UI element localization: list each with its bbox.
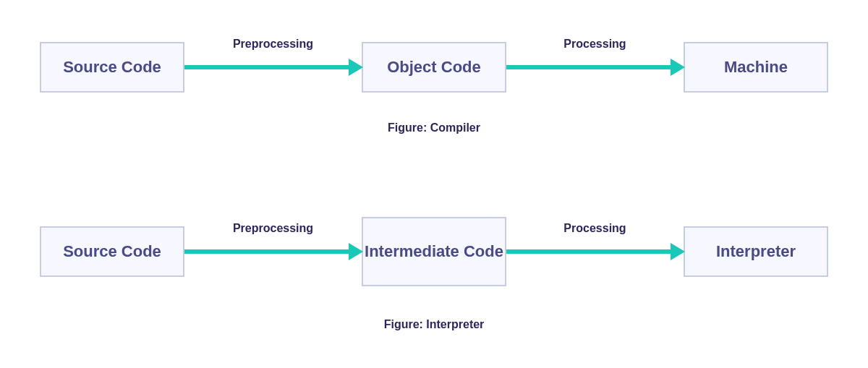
arrow-head-icon [671,243,685,260]
arrow-line-icon [184,65,352,69]
arrow-label: Preprocessing [233,222,313,235]
arrow-label: Processing [563,222,626,235]
arrow-head-icon [349,243,363,260]
node-source-code: Source Code [40,42,184,93]
arrow-head-icon [349,59,363,76]
node-interpreter: Interpreter [684,226,828,277]
arrow-line-icon [506,65,673,69]
arrow-line-icon [184,249,352,254]
node-label: Source Code [63,58,161,77]
node-label: Object Code [387,58,481,77]
node-source-code: Source Code [40,226,184,277]
interpreter-flow-row: Source Code Preprocessing Intermediate C… [0,217,868,286]
arrow-label: Preprocessing [233,38,313,51]
node-object-code: Object Code [362,42,506,93]
node-label: Machine [724,58,788,77]
node-machine: Machine [684,42,828,93]
arrow-processing: Processing [506,226,684,277]
caption-interpreter: Figure: Interpreter [0,318,868,331]
arrow-processing: Processing [506,42,684,93]
node-intermediate-code: Intermediate Code [362,217,506,286]
arrow-preprocessing: Preprocessing [184,42,362,93]
arrow-label: Processing [563,38,626,51]
compiler-flow-row: Source Code Preprocessing Object Code Pr… [0,42,868,93]
arrow-preprocessing: Preprocessing [184,226,362,277]
arrow-line-icon [506,249,673,254]
caption-compiler: Figure: Compiler [0,121,868,134]
arrow-head-icon [671,59,685,76]
node-label: Intermediate Code [365,242,503,261]
node-label: Interpreter [716,242,796,261]
node-label: Source Code [63,242,161,261]
